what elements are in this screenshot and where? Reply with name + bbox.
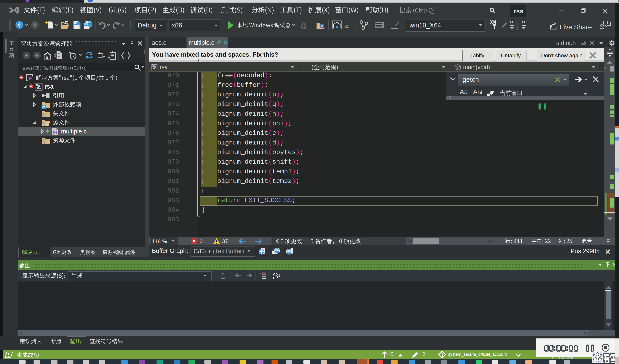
svg-text:C: C: [54, 131, 56, 134]
svg-text:c: c: [273, 275, 275, 280]
